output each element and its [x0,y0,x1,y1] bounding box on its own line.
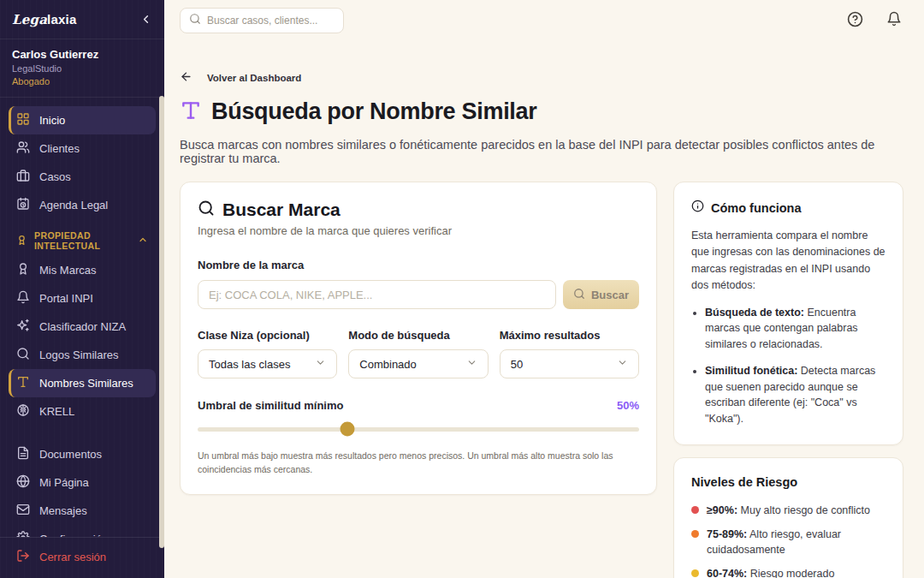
how-it-works-title: Cómo funciona [711,201,802,215]
sidebar-collapse-icon[interactable] [139,13,152,26]
brand-name-input[interactable] [198,280,556,309]
calendar-icon [16,197,30,213]
sidebar-item-clasificador-niza[interactable]: Clasificador NIZA [9,313,156,341]
max-results-label: Máximo resultados [500,329,639,342]
slider-track[interactable] [198,427,639,432]
sidebar-item-nombres-similares[interactable]: Nombres Similares [9,369,156,397]
list-item: Búsqueda de texto: Encuentra marcas que … [705,305,886,353]
sidebar-item-label: Agenda Legal [39,199,108,212]
risk-levels-card: Niveles de Riesgo ≥90%: Muy alto riesgo … [673,457,903,578]
info-icon [691,200,704,216]
sidebar-item-label: Casos [39,170,71,183]
logout-button[interactable]: Cerrar sesión [9,543,156,571]
globe-icon [16,474,30,491]
sidebar-item-mensajes[interactable]: Mensajes [9,497,156,525]
risk-item-text: 60-74%: Riesgo moderado [707,566,834,578]
document-icon [16,446,30,462]
threshold-slider[interactable] [198,422,639,436]
risk-item: 75-89%: Alto riesgo, evaluar cuidadosame… [691,527,886,557]
threshold-label: Umbral de similitud mínimo [198,399,343,412]
search-card: Buscar Marca Ingresa el nombre de la mar… [180,182,657,495]
user-info: Carlos Gutierrez LegalStudio Abogado [0,39,164,98]
risk-item: 60-74%: Riesgo moderado [691,566,886,578]
sidebar-item-label: Portal INPI [39,292,93,305]
sidebar-item-portal-inpi[interactable]: Portal INPI [9,284,156,313]
sidebar-item-label: Logos Similares [39,349,119,361]
sidebar: Legalaxia Carlos Gutierrez LegalStudio A… [0,0,164,578]
briefcase-icon [16,169,30,185]
sidebar-logout-row: Cerrar sesión [0,537,164,578]
sidebar-item-mi-pagina[interactable]: Mi Página [9,468,156,497]
niza-class-label: Clase Niza (opcional) [198,329,337,342]
search-mode-field: Modo de búsqueda Combinado [348,329,488,378]
list-item: Similitud fonética: Detecta marcas que s… [705,363,886,427]
sidebar-item-casos[interactable]: Casos [9,163,156,191]
global-search-input[interactable] [207,15,335,27]
dashboard-grid-icon [16,112,30,128]
slider-knob[interactable] [341,422,355,437]
niza-class-value: Todas las clases [209,358,290,371]
user-role: Abogado [12,76,152,86]
chevron-down-icon [617,357,628,371]
niza-class-select[interactable]: Todas las clases [198,349,337,378]
users-icon [16,140,30,157]
how-it-works-intro: Esta herramienta compara el nombre que i… [691,228,886,295]
award-icon [16,235,27,247]
award-icon [16,262,30,278]
page-title: Búsqueda por Nombre Similar [211,98,536,125]
content-grid: Buscar Marca Ingresa el nombre de la mar… [180,182,903,578]
sidebar-item-label: Mensajes [39,504,87,517]
user-organization: LegalStudio [12,63,152,74]
sidebar-item-inicio[interactable]: Inicio [9,106,156,134]
chevron-down-icon [466,357,477,371]
page-content: Volver al Dashboard Búsqueda por Nombre … [164,41,924,578]
brand-name-row: Buscar [198,280,639,309]
search-mode-label: Modo de búsqueda [348,329,488,342]
sidebar-item-label: Clientes [39,142,80,155]
chevron-up-icon [138,235,148,247]
sidebar-item-label: Mi Página [39,476,89,489]
brain-icon [16,403,30,420]
search-icon [198,200,215,220]
sidebar-scrollbar[interactable] [159,96,164,548]
help-icon[interactable] [847,11,863,31]
sidebar-item-mis-marcas[interactable]: Mis Marcas [9,256,156,284]
threshold-help-text: Un umbral más bajo muestra más resultado… [198,449,639,477]
max-results-select[interactable]: 50 [500,349,639,378]
sidebar-section-label: PROPIEDAD INTELECTUAL [34,230,131,251]
buscar-button-label: Buscar [591,289,629,301]
sidebar-logo-row: Legalaxia [0,0,164,39]
gear-icon [16,531,30,537]
search-icon [573,288,585,302]
sidebar-item-configuracion[interactable]: Configuración [9,525,156,537]
global-search[interactable] [180,8,344,33]
sidebar-item-label: Documentos [39,448,102,461]
sidebar-item-agenda-legal[interactable]: Agenda Legal [9,191,156,219]
logout-label: Cerrar sesión [39,551,106,563]
sidebar-item-clientes[interactable]: Clientes [9,134,156,163]
sidebar-item-krell[interactable]: KRELL [9,397,156,426]
risk-levels-title: Niveles de Riesgo [691,475,886,489]
topbar-icons [847,11,902,31]
search-mode-value: Combinado [359,358,417,371]
notifications-bell-icon[interactable] [886,11,902,30]
back-link[interactable]: Volver al Dashboard [180,70,301,85]
threshold-header: Umbral de similitud mínimo 50% [198,399,639,412]
page-title-row: Búsqueda por Nombre Similar [180,98,903,125]
risk-dot [691,506,699,514]
sidebar-item-logos-similares[interactable]: Logos Similares [9,341,156,369]
sidebar-item-documentos[interactable]: Documentos [9,440,156,468]
threshold-value: 50% [617,399,639,412]
sidebar-divider [9,426,156,440]
main-area: Volver al Dashboard Búsqueda por Nombre … [164,0,924,578]
buscar-button[interactable]: Buscar [563,280,639,309]
how-it-works-header: Cómo funciona [691,200,886,216]
search-mode-select[interactable]: Combinado [348,349,488,378]
max-results-field: Máximo resultados 50 [500,329,639,378]
brand-name-label: Nombre de la marca [198,259,639,271]
risk-item-text: 75-89%: Alto riesgo, evaluar cuidadosame… [707,527,886,557]
chevron-down-icon [315,357,326,371]
sidebar-nav: Inicio Clientes Casos Agenda Legal PROPI… [0,98,164,537]
sidebar-section-propiedad-intelectual[interactable]: PROPIEDAD INTELECTUAL [9,230,156,251]
sparkles-icon [16,319,30,335]
